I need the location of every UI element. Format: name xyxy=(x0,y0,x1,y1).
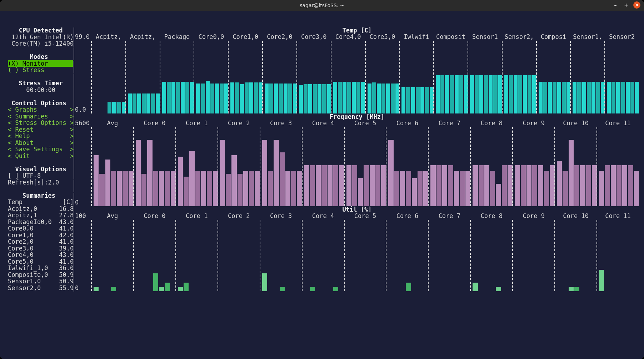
summary-row-10: Composite,0 50.9 xyxy=(8,272,73,278)
chart-col-label: Core 8 xyxy=(470,213,513,219)
cpu-detected-heading: CPU Detected xyxy=(8,27,73,34)
util-chart: AvgCore 0Core 1Core 2Core 3Core 4Core 5C… xyxy=(75,220,639,291)
chart-col-label: Core 7 xyxy=(428,120,470,127)
chart-col: Sensor2 xyxy=(605,41,639,113)
chart-col-label: Core 1 xyxy=(176,213,218,219)
chart-col-label: Sensor1, xyxy=(570,34,605,40)
chart-col: Core 1 xyxy=(176,220,218,291)
chart-col-label: Core5,0 xyxy=(365,34,400,40)
refresh-setting[interactable]: Refresh[s]:2.0 xyxy=(8,179,73,186)
sidebar: CPU Detected 12th Gen Intel(R) Core(TM) … xyxy=(8,27,73,291)
chart-col: Core 0 xyxy=(134,220,176,291)
control-item-6[interactable]: < Save Settings > xyxy=(8,146,73,153)
chart-col: Core 7 xyxy=(428,127,470,206)
chart-col-label: Acpitz, xyxy=(91,34,126,40)
chart-col: Sensor1 xyxy=(468,41,502,113)
chart-col-label: Core1,0 xyxy=(228,34,263,40)
chart-col-label: Core2,0 xyxy=(263,34,297,40)
control-item-4[interactable]: < Help > xyxy=(8,133,73,140)
chart-col-label: Composit xyxy=(434,34,468,40)
chart-col: Core 3 xyxy=(260,220,302,291)
chart-col-label: Core 9 xyxy=(513,213,555,219)
chart-col: Core 2 xyxy=(218,127,260,206)
chart-col-label: Core 4 xyxy=(302,120,344,127)
chart-col: Core 8 xyxy=(470,220,513,291)
summary-row-6: Core3,0 39.0 xyxy=(8,245,73,252)
control-item-1[interactable]: < Summaries > xyxy=(8,113,73,120)
chart-col: Sensor2, xyxy=(502,41,536,113)
chart-col-label: Core 0 xyxy=(134,213,176,219)
control-item-5[interactable]: < About > xyxy=(8,140,73,146)
stress-timer-value: 00:00:00 xyxy=(8,87,73,93)
chart-col: Composit xyxy=(434,41,468,113)
chart-col: Acpitz, xyxy=(91,41,126,113)
control-item-7[interactable]: < Quit > xyxy=(8,153,73,160)
chart-col-label: Core 2 xyxy=(218,213,260,219)
mode-stress[interactable]: ( ) Stress xyxy=(8,67,73,74)
chart-col-label: Sensor2, xyxy=(502,34,536,40)
chart-col: Core 1 xyxy=(176,127,218,206)
chart-col-label: Core 9 xyxy=(513,120,555,127)
chart-col-label: Core 8 xyxy=(470,120,513,127)
summary-row-8: Core5,0 41.0 xyxy=(8,258,73,265)
freq-chart-title: Frequency [MHz] xyxy=(75,113,639,120)
chart-col: Core3,0 xyxy=(297,41,331,113)
chart-col-label: Core0,0 xyxy=(194,34,228,40)
summary-row-11: Sensor1,0 50.9 xyxy=(8,278,73,285)
chart-col: Core 11 xyxy=(597,220,639,291)
summary-row-1: Acpitz,1 27.8 xyxy=(8,212,73,219)
utf8-toggle[interactable]: [ ] UTF-8 xyxy=(8,172,73,179)
control-item-3[interactable]: < Reset > xyxy=(8,126,73,133)
summary-row-0: Acpitz,0 16.8 xyxy=(8,206,73,212)
chart-col-label: Package xyxy=(160,34,194,40)
mode-monitor[interactable]: (X) Monitor xyxy=(8,60,73,67)
chart-col: Core 11 xyxy=(597,127,639,206)
summaries-temp-header: Temp [C] xyxy=(8,199,73,206)
freq-chart: AvgCore 0Core 1Core 2Core 3Core 4Core 5C… xyxy=(75,127,639,206)
chart-col: Core 3 xyxy=(260,127,302,206)
charts-panel: Temp [C] 99.0 0.0 Acpitz,Acpitz,PackageC… xyxy=(75,27,639,356)
chart-col-label: Sensor2 xyxy=(605,34,639,40)
chart-col-label: Core 11 xyxy=(597,213,639,219)
freq-ymax: 5600 xyxy=(75,120,90,127)
chart-col: Core 9 xyxy=(513,127,555,206)
chart-col: Sensor1, xyxy=(570,41,605,113)
terminal-body: CPU Detected 12th Gen Intel(R) Core(TM) … xyxy=(0,11,644,359)
control-item-0[interactable]: < Graphs > xyxy=(8,106,73,113)
cpu-model-line2: Core(TM) i5-12400 xyxy=(8,40,73,47)
chart-col-label: Iwlwifi xyxy=(399,34,434,40)
chart-col: Core 4 xyxy=(302,127,344,206)
chart-col-label: Core 10 xyxy=(555,120,597,127)
chart-col: Core 5 xyxy=(344,127,386,206)
chart-col: Avg xyxy=(91,127,134,206)
chart-col: Core2,0 xyxy=(263,41,297,113)
temp-chart-title: Temp [C] xyxy=(75,27,639,34)
control-item-2[interactable]: < Stress Options > xyxy=(8,120,73,126)
summary-row-3: Core0,0 41.0 xyxy=(8,225,73,232)
chart-col: Avg xyxy=(91,220,134,291)
chart-col-label: Core 4 xyxy=(302,213,344,219)
chart-col-label: Core 3 xyxy=(260,120,302,127)
chart-col: Core 9 xyxy=(513,220,555,291)
chart-col-label: Core 10 xyxy=(555,213,597,219)
maximize-button[interactable]: + xyxy=(623,1,630,9)
chart-col-label: Acpitz, xyxy=(126,34,160,40)
stress-timer-heading: Stress Timer xyxy=(8,80,73,87)
summary-row-2: PackageId0,0 43.0 xyxy=(8,219,73,226)
chart-col: Core 4 xyxy=(302,220,344,291)
chart-col-label: Core 6 xyxy=(386,120,428,127)
chart-col-label: Core 5 xyxy=(344,120,386,127)
chart-col-label: Core 6 xyxy=(386,213,428,219)
minimize-button[interactable]: – xyxy=(612,1,619,9)
chart-col-label: Composi xyxy=(536,34,571,40)
cpu-model-line1: 12th Gen Intel(R) xyxy=(8,34,73,41)
titlebar[interactable]: sagar@itsFoSS: ~ – + ✕ xyxy=(0,0,644,11)
chart-col: Core 8 xyxy=(470,127,513,206)
visual-options-heading: Visual Options xyxy=(8,166,73,173)
summary-row-12: Sensor2,0 55.9 xyxy=(8,285,73,292)
summary-row-9: Iwlwifi_1,0 36.0 xyxy=(8,265,73,272)
modes-heading: Modes xyxy=(8,54,73,60)
util-ymax: 100 xyxy=(75,213,86,219)
chart-col-label: Sensor1 xyxy=(468,34,502,40)
close-button[interactable]: ✕ xyxy=(633,1,640,9)
